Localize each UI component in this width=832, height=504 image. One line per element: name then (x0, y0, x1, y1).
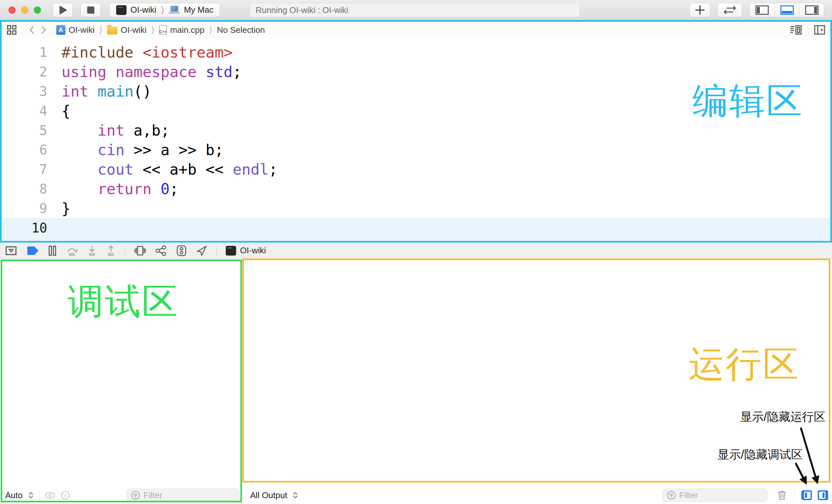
divider (808, 25, 808, 35)
run-button[interactable] (53, 3, 73, 17)
process-name: OI-wiki (240, 245, 266, 256)
code-line-6[interactable]: 6 cin >> a >> b; (2, 140, 830, 160)
editor-area: A OI-wiki ⟩ OI-wiki ⟩ C++ main.cpp ⟩ No … (0, 20, 832, 243)
activity-status: Running OI-wiki : OI-wiki (250, 3, 580, 17)
breadcrumb-selection[interactable]: No Selection (217, 25, 265, 35)
debug-process-chip[interactable]: OI-wiki (226, 245, 266, 256)
view-hierarchy-icon[interactable] (134, 245, 146, 256)
filter-icon (667, 491, 676, 500)
cpp-file-icon: C++ (159, 25, 167, 35)
console-view: All Output Filter (242, 259, 832, 504)
line-number: 8 (2, 179, 47, 199)
line-number: 3 (2, 82, 47, 101)
my-mac-icon (169, 6, 180, 14)
breakpoints-toggle-icon[interactable] (26, 246, 39, 255)
chevron-right-icon: ⟩ (160, 4, 165, 15)
updown-chevron-icon[interactable] (28, 492, 34, 499)
step-over-icon[interactable] (66, 245, 78, 256)
code-line-9[interactable]: 9} (2, 199, 830, 218)
minimize-button[interactable] (21, 6, 28, 14)
code-line-10[interactable]: 10 (2, 218, 830, 241)
related-items-icon[interactable] (7, 25, 17, 35)
scope-dropdown[interactable]: Auto (5, 490, 23, 500)
breadcrumb-label: main.cpp (170, 25, 205, 35)
source-editor[interactable]: 1#include <iostream>2using namespace std… (2, 38, 830, 241)
variables-view: Auto (0, 259, 242, 504)
simulate-location-icon[interactable] (196, 245, 207, 256)
code-text: cin >> a >> b; (61, 140, 224, 160)
add-editor-icon[interactable] (814, 25, 825, 35)
panel-left-icon (755, 5, 769, 15)
destination-name: My Mac (184, 5, 213, 15)
code-text: cout << a+b << endl; (61, 160, 278, 179)
breadcrumb-project[interactable]: A OI-wiki (56, 25, 94, 35)
traffic-lights (8, 6, 41, 14)
toggle-variables-view-button[interactable] (801, 490, 812, 500)
toggle-navigator-button[interactable] (750, 3, 775, 17)
version-editor-button[interactable] (718, 3, 742, 17)
project-icon: A (56, 25, 66, 35)
code-text: { (61, 101, 71, 121)
line-number: 4 (2, 101, 47, 121)
memory-graph-icon[interactable] (155, 245, 167, 256)
line-number: 7 (2, 160, 47, 179)
app-process-icon (226, 246, 236, 256)
line-number: 2 (2, 62, 47, 82)
breadcrumb-label: OI-wiki (121, 25, 146, 35)
filter-icon (131, 491, 140, 500)
xcode-window: OI-wiki ⟩ My Mac Running OI-wiki : OI-wi… (0, 0, 832, 504)
zoom-button[interactable] (34, 6, 41, 14)
quicklook-eye-icon[interactable] (45, 491, 56, 499)
divider (39, 490, 40, 500)
panel-bottom-icon (780, 5, 794, 15)
line-number: 6 (2, 140, 47, 160)
code-line-8[interactable]: 8 return 0; (2, 179, 830, 199)
close-button[interactable] (8, 6, 16, 14)
updown-chevron-icon[interactable] (292, 492, 298, 499)
chevron-right-icon: ⟩ (209, 25, 212, 35)
scheme-selector[interactable]: OI-wiki ⟩ My Mac (109, 3, 220, 17)
app-target-icon (116, 5, 127, 15)
code-line-2[interactable]: 2using namespace std; (2, 62, 830, 82)
line-number: 10 (2, 218, 47, 241)
toggle-inspector-button[interactable] (799, 3, 824, 17)
stop-button[interactable] (81, 3, 101, 17)
code-line-5[interactable]: 5 int a,b; (2, 121, 830, 140)
clear-console-trash-icon[interactable] (777, 490, 787, 500)
toggle-debug-area-button[interactable] (775, 3, 799, 17)
line-number: 5 (2, 121, 47, 140)
breadcrumb-file[interactable]: C++ main.cpp (159, 25, 205, 35)
chevron-right-icon: ⟩ (99, 25, 102, 35)
variables-filter-input[interactable]: Filter (127, 489, 239, 502)
debug-area: Auto (0, 259, 832, 504)
console-filter-input[interactable]: Filter (662, 489, 767, 502)
editor-options-icon[interactable] (790, 25, 802, 35)
scheme-name: OI-wiki (130, 5, 156, 15)
breadcrumb-group[interactable]: OI-wiki (107, 25, 146, 35)
forward-chevron-icon[interactable] (40, 25, 47, 35)
code-text: int main() (61, 82, 152, 101)
toggle-console-view-button[interactable] (818, 490, 828, 500)
hide-debug-area-icon[interactable] (5, 245, 17, 256)
step-into-icon[interactable] (87, 245, 97, 256)
console-bar: All Output Filter (242, 486, 832, 504)
library-add-button[interactable] (690, 3, 710, 17)
divider (794, 490, 794, 500)
panel-toggle-group (749, 3, 824, 17)
environment-overrides-icon[interactable] (176, 245, 187, 256)
output-source-dropdown[interactable]: All Output (250, 490, 287, 500)
step-out-icon[interactable] (106, 245, 116, 256)
breadcrumb-label: OI-wiki (69, 25, 94, 35)
code-line-4[interactable]: 4{ (2, 101, 830, 121)
code-text: } (61, 199, 71, 218)
panel-right-icon (805, 5, 819, 15)
info-icon[interactable] (61, 491, 70, 500)
code-text: return 0; (61, 179, 179, 199)
stop-icon (87, 6, 94, 14)
pause-icon[interactable] (48, 245, 57, 256)
code-line-1[interactable]: 1#include <iostream> (2, 43, 830, 62)
back-chevron-icon[interactable] (28, 25, 35, 35)
filter-placeholder: Filter (679, 490, 698, 500)
code-line-7[interactable]: 7 cout << a+b << endl; (2, 160, 830, 179)
code-line-3[interactable]: 3int main() (2, 82, 830, 101)
